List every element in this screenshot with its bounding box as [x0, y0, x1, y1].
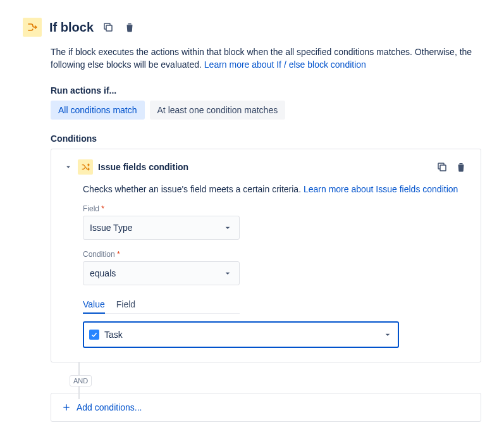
and-connector: AND: [70, 369, 481, 393]
required-asterisk: *: [117, 250, 120, 259]
tab-value[interactable]: Value: [83, 295, 105, 313]
field-select-value: Issue Type: [90, 223, 132, 233]
condition-card: Issue fields condition Checks whether an…: [51, 149, 481, 363]
description: The if block executes the actions within…: [51, 46, 481, 71]
condition-learn-more-link[interactable]: Learn more about Issue fields condition: [304, 184, 458, 194]
seg-all-conditions[interactable]: All conditions match: [51, 101, 145, 120]
chevron-down-icon: [223, 268, 233, 278]
content: The if block executes the actions within…: [23, 46, 481, 422]
checkbox-checked-icon: [89, 330, 99, 340]
header: If block: [23, 18, 481, 37]
tab-field[interactable]: Field: [116, 295, 135, 313]
value-multiselect[interactable]: Task: [83, 321, 399, 348]
chevron-down-icon: [383, 330, 393, 340]
condition-copy-button[interactable]: [435, 160, 449, 174]
plus-icon: [61, 402, 71, 412]
selected-value-chip: Task: [104, 330, 378, 340]
field-select[interactable]: Issue Type: [83, 216, 240, 240]
chevron-down-icon: [223, 223, 233, 233]
value-field-tabs: Value Field: [83, 295, 240, 314]
condition-op-select[interactable]: equals: [83, 261, 240, 285]
condition-desc-text: Checks whether an issue's field meets a …: [83, 184, 304, 194]
condition-op-label: Condition *: [83, 250, 468, 259]
condition-card-header: Issue fields condition: [64, 159, 468, 175]
run-actions-segmented: All conditions match At least one condit…: [51, 101, 285, 120]
run-actions-label: Run actions if...: [51, 85, 481, 96]
copy-button[interactable]: [101, 20, 115, 34]
condition-op-value: equals: [90, 268, 116, 278]
required-asterisk: *: [101, 204, 104, 213]
delete-button[interactable]: [123, 20, 137, 34]
shuffle-icon: [78, 159, 93, 175]
add-conditions-label: Add conditions...: [77, 402, 142, 412]
condition-delete-button[interactable]: [454, 160, 468, 174]
condition-title: Issue fields condition: [98, 162, 430, 172]
field-label-text: Field: [83, 204, 99, 213]
and-badge: AND: [70, 375, 92, 386]
condition-body: Checks whether an issue's field meets a …: [64, 183, 468, 349]
conditions-label: Conditions: [51, 133, 481, 144]
condition-op-label-text: Condition: [83, 250, 115, 259]
svg-rect-0: [106, 25, 112, 31]
field-label: Field *: [83, 204, 468, 213]
collapse-toggle[interactable]: [64, 163, 73, 171]
branch-icon: [23, 18, 42, 37]
add-conditions-button[interactable]: Add conditions...: [51, 393, 481, 422]
condition-description: Checks whether an issue's field meets a …: [83, 183, 468, 196]
learn-more-link[interactable]: Learn more about If / else block conditi…: [204, 59, 366, 70]
svg-rect-1: [440, 165, 446, 171]
page-title: If block: [49, 20, 94, 35]
seg-any-condition[interactable]: At least one condition matches: [150, 101, 286, 120]
